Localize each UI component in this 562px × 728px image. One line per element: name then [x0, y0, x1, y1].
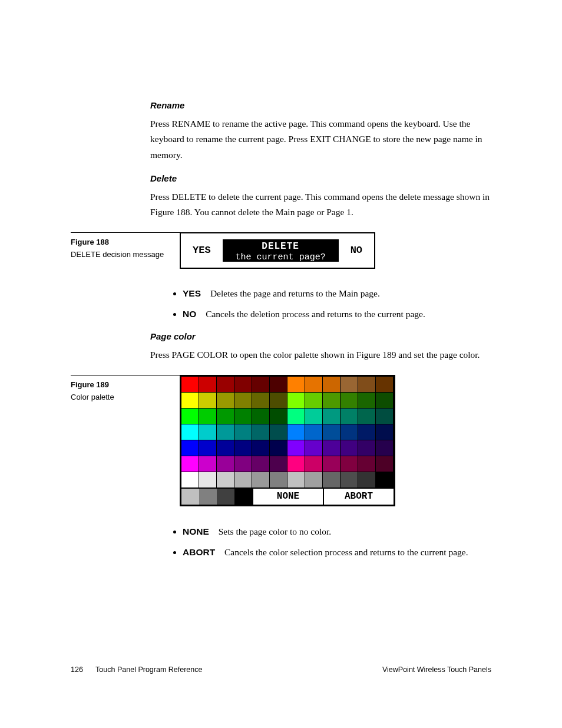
color-swatch[interactable]: [340, 456, 358, 472]
color-swatch[interactable]: [305, 424, 323, 440]
color-swatch[interactable]: [287, 456, 305, 472]
color-swatch[interactable]: [323, 440, 340, 456]
color-swatch[interactable]: [217, 472, 234, 488]
color-swatch[interactable]: [358, 472, 376, 488]
color-palette: NONE ABORT: [180, 375, 395, 506]
color-swatch[interactable]: [358, 377, 376, 393]
color-swatch[interactable]: [376, 393, 394, 409]
color-swatch[interactable]: [305, 393, 323, 409]
color-swatch[interactable]: [376, 377, 394, 393]
yes-button[interactable]: YES: [187, 239, 217, 262]
color-swatch[interactable]: [270, 393, 287, 409]
color-swatch[interactable]: [181, 409, 199, 424]
color-swatch[interactable]: [234, 440, 252, 456]
color-swatch[interactable]: [270, 377, 287, 393]
color-swatch[interactable]: [323, 472, 340, 488]
color-swatch[interactable]: [181, 393, 199, 409]
color-swatch[interactable]: [287, 440, 305, 456]
color-swatch[interactable]: [340, 393, 358, 409]
color-swatch[interactable]: [305, 409, 323, 424]
color-swatch[interactable]: [305, 440, 323, 456]
color-swatch[interactable]: [181, 440, 199, 456]
color-swatch[interactable]: [376, 440, 394, 456]
color-swatch[interactable]: [270, 456, 287, 472]
figure-189-caption: Color palette: [71, 393, 180, 401]
gray-swatch[interactable]: [234, 489, 252, 505]
color-swatch[interactable]: [270, 409, 287, 424]
color-swatch[interactable]: [217, 424, 234, 440]
color-swatch[interactable]: [287, 472, 305, 488]
color-swatch[interactable]: [376, 456, 394, 472]
color-swatch[interactable]: [199, 440, 217, 456]
color-swatch[interactable]: [305, 472, 323, 488]
color-swatch[interactable]: [323, 409, 340, 424]
color-swatch[interactable]: [287, 393, 305, 409]
color-swatch[interactable]: [340, 377, 358, 393]
figure-188-row: Figure 188 DELETE decision message YES D…: [150, 232, 491, 269]
color-swatch[interactable]: [217, 409, 234, 424]
color-swatch[interactable]: [323, 456, 340, 472]
color-swatch[interactable]: [376, 472, 394, 488]
color-swatch[interactable]: [252, 377, 270, 393]
color-swatch[interactable]: [287, 409, 305, 424]
color-swatch[interactable]: [217, 377, 234, 393]
gray-swatch[interactable]: [217, 489, 234, 505]
color-swatch[interactable]: [287, 424, 305, 440]
color-swatch[interactable]: [287, 377, 305, 393]
color-swatch[interactable]: [358, 409, 376, 424]
color-swatch[interactable]: [340, 472, 358, 488]
color-swatch[interactable]: [234, 377, 252, 393]
color-swatch[interactable]: [199, 472, 217, 488]
color-swatch[interactable]: [217, 440, 234, 456]
color-swatch[interactable]: [358, 440, 376, 456]
color-swatch[interactable]: [199, 456, 217, 472]
color-swatch[interactable]: [217, 393, 234, 409]
color-swatch[interactable]: [199, 424, 217, 440]
color-swatch[interactable]: [234, 393, 252, 409]
color-swatch[interactable]: [358, 456, 376, 472]
color-swatch[interactable]: [217, 456, 234, 472]
color-swatch[interactable]: [305, 456, 323, 472]
color-swatch[interactable]: [234, 472, 252, 488]
color-swatch[interactable]: [340, 440, 358, 456]
color-swatch[interactable]: [181, 472, 199, 488]
color-swatch[interactable]: [234, 424, 252, 440]
color-swatch[interactable]: [199, 377, 217, 393]
color-swatch[interactable]: [181, 377, 199, 393]
none-button[interactable]: NONE: [252, 489, 323, 505]
color-swatch[interactable]: [252, 440, 270, 456]
color-swatch[interactable]: [376, 424, 394, 440]
page-footer: 126 Touch Panel Program Reference ViewPo…: [71, 666, 491, 674]
color-swatch[interactable]: [252, 409, 270, 424]
color-swatch[interactable]: [270, 472, 287, 488]
color-swatch[interactable]: [270, 424, 287, 440]
gray-swatch[interactable]: [181, 489, 199, 505]
palette-grayscale: [181, 489, 252, 505]
color-swatch[interactable]: [181, 424, 199, 440]
color-swatch[interactable]: [376, 409, 394, 424]
color-swatch[interactable]: [270, 440, 287, 456]
color-swatch[interactable]: [340, 424, 358, 440]
page-number: 126: [71, 666, 83, 674]
text-no: Cancels the deletion process and returns…: [206, 309, 425, 319]
color-swatch[interactable]: [323, 377, 340, 393]
color-swatch[interactable]: [340, 409, 358, 424]
color-swatch[interactable]: [234, 409, 252, 424]
color-swatch[interactable]: [358, 424, 376, 440]
color-swatch[interactable]: [252, 393, 270, 409]
abort-button[interactable]: ABORT: [323, 489, 394, 505]
gray-swatch[interactable]: [199, 489, 217, 505]
no-button[interactable]: NO: [345, 239, 368, 262]
color-swatch[interactable]: [234, 456, 252, 472]
color-swatch[interactable]: [323, 424, 340, 440]
color-swatch[interactable]: [323, 393, 340, 409]
color-swatch[interactable]: [358, 393, 376, 409]
color-swatch[interactable]: [305, 377, 323, 393]
delete-line2: the current page?: [236, 252, 326, 263]
color-swatch[interactable]: [252, 472, 270, 488]
color-swatch[interactable]: [199, 409, 217, 424]
color-swatch[interactable]: [199, 393, 217, 409]
color-swatch[interactable]: [181, 456, 199, 472]
color-swatch[interactable]: [252, 456, 270, 472]
color-swatch[interactable]: [252, 424, 270, 440]
